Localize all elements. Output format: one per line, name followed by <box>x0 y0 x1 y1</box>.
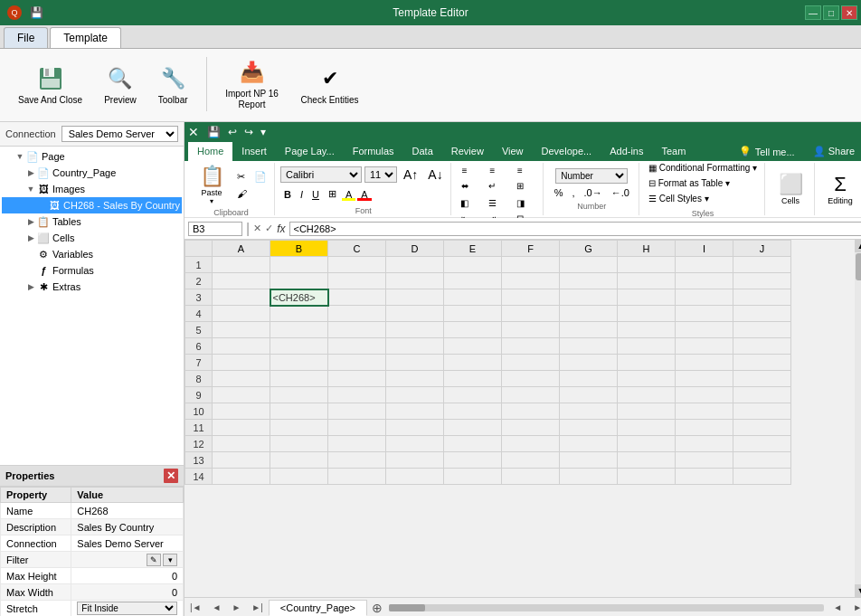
prop-desc-value[interactable]: Sales By Country <box>71 519 184 535</box>
cell-r5-c4[interactable] <box>444 322 502 338</box>
decrease-decimal-btn[interactable]: ←.0 <box>608 185 633 200</box>
cell-r14-c3[interactable] <box>386 469 444 485</box>
align-right-btn[interactable]: ◨ <box>512 195 528 210</box>
sheet-nav-first[interactable]: |◄ <box>184 601 207 614</box>
tree-item-formulas[interactable]: ƒ Formulas <box>2 262 182 279</box>
cell-r13-c3[interactable] <box>386 452 444 469</box>
cell-r11-c7[interactable] <box>618 420 676 436</box>
cell-r10-c2[interactable] <box>328 403 386 420</box>
scroll-up-btn[interactable]: ▲ <box>855 240 861 252</box>
hscroll-left-btn[interactable]: ◄ <box>828 601 847 614</box>
cell-r14-c5[interactable] <box>502 469 560 485</box>
toolbar-button[interactable]: 🔧 Toolbar <box>151 61 195 109</box>
sheet-tab-country-page[interactable]: <Country_Page> <box>269 600 367 616</box>
col-header-h[interactable]: H <box>618 241 676 257</box>
sheet-nav-last[interactable]: ►| <box>246 601 269 614</box>
cell-r9-c8[interactable] <box>676 387 733 403</box>
cell-r9-c5[interactable] <box>502 387 560 403</box>
increase-decimal-btn[interactable]: .0→ <box>581 185 606 200</box>
cell-r6-c8[interactable] <box>676 338 733 355</box>
cell-r12-c9[interactable] <box>733 436 791 452</box>
cell-r8-c3[interactable] <box>386 371 444 387</box>
cell-r9-c7[interactable] <box>618 387 676 403</box>
cell-r2-c9[interactable] <box>733 273 791 289</box>
excel-tell-me[interactable]: 💡 Tell me... <box>730 142 804 161</box>
cell-r5-c3[interactable] <box>386 322 444 338</box>
cell-r10-c4[interactable] <box>444 403 502 420</box>
cell-r5-c9[interactable] <box>733 322 791 338</box>
cell-r5-c2[interactable] <box>328 322 386 338</box>
cell-r9-c1[interactable] <box>270 387 328 403</box>
cell-r3-c8[interactable] <box>676 289 733 306</box>
sheet-hscrollbar[interactable] <box>389 604 824 611</box>
cell-r6-c6[interactable] <box>560 338 618 355</box>
cell-r3-c2[interactable] <box>328 289 386 306</box>
editing-button[interactable]: Σ Editing <box>820 167 860 211</box>
col-header-e[interactable]: E <box>444 241 502 257</box>
col-header-i[interactable]: I <box>676 241 733 257</box>
spreadsheet-scroll[interactable]: A B C D E F G H I J <box>184 240 855 597</box>
prop-maxh-value[interactable]: 0 <box>71 568 184 584</box>
font-size-select[interactable]: 11 <box>364 166 397 183</box>
cut-button[interactable]: ✂ <box>233 169 249 185</box>
cell-r8-c2[interactable] <box>328 371 386 387</box>
cell-r13-c9[interactable] <box>733 452 791 469</box>
cell-r11-c3[interactable] <box>386 420 444 436</box>
merge-btn[interactable]: ⊞ <box>512 178 528 193</box>
cell-r11-c2[interactable] <box>328 420 386 436</box>
cell-r1-c2[interactable] <box>328 257 386 273</box>
cell-r3-c3[interactable] <box>386 289 444 306</box>
tree-item-tables[interactable]: ▶ 📋 Tables <box>2 213 182 230</box>
scroll-down-btn[interactable]: ▼ <box>855 584 861 597</box>
col-header-j[interactable]: J <box>733 241 791 257</box>
cell-r9-c2[interactable] <box>328 387 386 403</box>
cell-r1-c6[interactable] <box>560 257 618 273</box>
cell-r8-c9[interactable] <box>733 371 791 387</box>
cell-r12-c1[interactable] <box>270 436 328 452</box>
tree-item-page[interactable]: ▼ 📄 Page <box>2 148 182 165</box>
cell-r8-c6[interactable] <box>560 371 618 387</box>
col-header-d[interactable]: D <box>386 241 444 257</box>
cell-r2-c1[interactable] <box>270 273 328 289</box>
cell-r11-c0[interactable] <box>213 420 270 436</box>
cell-r11-c9[interactable] <box>733 420 791 436</box>
save-icon[interactable]: 💾 <box>29 5 43 20</box>
filter-edit-btn[interactable]: ✎ <box>147 554 161 566</box>
cancel-formula-btn[interactable]: ✕ <box>253 223 261 234</box>
cell-r1-c5[interactable] <box>502 257 560 273</box>
cell-r7-c6[interactable] <box>560 355 618 371</box>
sheet-hscroll-thumb[interactable] <box>389 604 425 611</box>
cell-r14-c9[interactable] <box>733 469 791 485</box>
excel-tab-insert[interactable]: Insert <box>232 142 276 161</box>
number-format-select[interactable]: Number <box>555 168 628 184</box>
properties-close-btn[interactable]: ✕ <box>164 469 178 483</box>
import-np-button[interactable]: 📥 Import NP 16 Report <box>218 54 287 114</box>
cell-r7-c1[interactable] <box>270 355 328 371</box>
cell-r13-c6[interactable] <box>560 452 618 469</box>
cell-r10-c3[interactable] <box>386 403 444 420</box>
excel-qat-more-btn[interactable]: ▾ <box>258 126 269 138</box>
format-painter-button[interactable]: 🖌 <box>233 186 251 201</box>
underline-button[interactable]: U <box>308 187 323 202</box>
cell-r1-c0[interactable] <box>213 257 270 273</box>
tab-file[interactable]: File <box>4 27 48 48</box>
stretch-select[interactable]: Fit Inside <box>77 602 177 615</box>
cell-reference-input[interactable] <box>188 222 242 236</box>
cell-r10-c5[interactable] <box>502 403 560 420</box>
excel-save-btn[interactable]: 💾 <box>204 126 223 138</box>
excel-tab-formulas[interactable]: Formulas <box>344 142 403 161</box>
cell-r6-c7[interactable] <box>618 338 676 355</box>
cell-r3-c7[interactable] <box>618 289 676 306</box>
cell-r9-c6[interactable] <box>560 387 618 403</box>
cell-r3-c5[interactable] <box>502 289 560 306</box>
tree-item-ch268[interactable]: 🖼 CH268 - Sales By Country <box>2 197 182 213</box>
cell-r4-c0[interactable] <box>213 306 270 322</box>
align-left-btn[interactable]: ◧ <box>457 195 473 210</box>
cell-r1-c8[interactable] <box>676 257 733 273</box>
cell-r13-c2[interactable] <box>328 452 386 469</box>
save-close-button[interactable]: Save And Close <box>11 61 90 109</box>
cell-r11-c4[interactable] <box>444 420 502 436</box>
col-header-a[interactable]: A <box>213 241 270 257</box>
conditional-formatting-btn[interactable]: ▦ Conditional Formatting ▾ <box>645 161 761 175</box>
connection-select[interactable]: Sales Demo Server <box>62 126 178 142</box>
